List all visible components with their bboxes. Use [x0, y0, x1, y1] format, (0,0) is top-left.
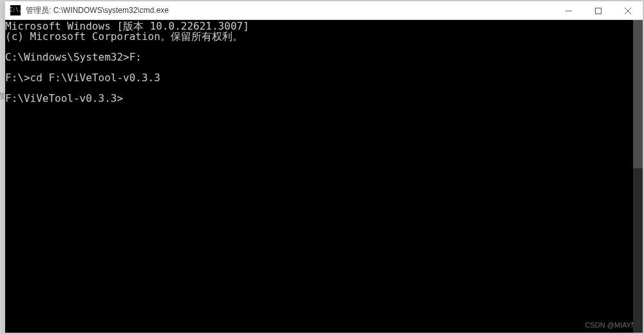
scrollbar-thumb[interactable] — [633, 20, 643, 168]
maximize-button[interactable] — [583, 1, 613, 20]
watermark: CSDN @MIAYN — [585, 320, 636, 330]
terminal-line: C:\Windows\System32>F: — [5, 52, 643, 63]
titlebar[interactable]: C:\. 管理员: C:\WINDOWS\system32\cmd.exe — [5, 1, 643, 20]
close-icon — [625, 8, 631, 14]
terminal-line: F:\ViVeTool-v0.3.3> — [5, 93, 643, 104]
cmd-window: C:\. 管理员: C:\WINDOWS\system32\cmd.exe Mi… — [5, 1, 643, 333]
window-controls — [554, 1, 643, 19]
close-button[interactable] — [613, 1, 643, 20]
terminal-area[interactable]: Microsoft Windows [版本 10.0.22621.3007] (… — [5, 20, 643, 333]
minimize-button[interactable] — [554, 1, 583, 20]
desktop-edge: 加 — [0, 19, 5, 334]
terminal-line: (c) Microsoft Corporation。保留所有权利。 — [5, 32, 643, 42]
cmd-icon-text: C:\. — [9, 8, 21, 13]
maximize-icon — [595, 8, 601, 14]
cmd-icon: C:\. — [10, 5, 21, 15]
window-title: 管理员: C:\WINDOWS\system32\cmd.exe — [26, 5, 554, 16]
svg-rect-1 — [596, 8, 601, 14]
minimize-icon — [565, 8, 572, 14]
scrollbar-track[interactable] — [633, 20, 643, 333]
terminal-line: F:\>cd F:\ViVeTool-v0.3.3 — [5, 73, 643, 83]
